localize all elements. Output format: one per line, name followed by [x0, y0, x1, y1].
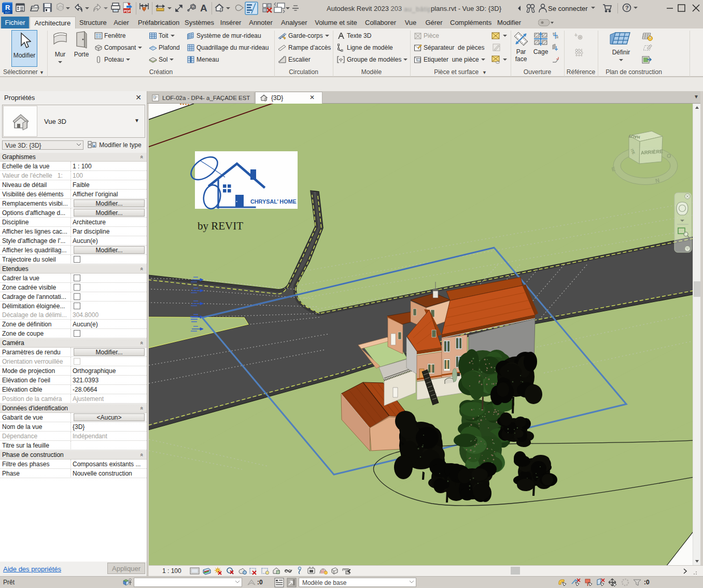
svg-text::0: :0 [644, 579, 650, 586]
svg-text:R: R [5, 4, 10, 11]
svg-text:1: 1 [192, 5, 194, 8]
svg-text:CHRYSAL’ HOME: CHRYSAL’ HOME [250, 198, 297, 205]
svg-text:A: A [200, 3, 207, 13]
svg-text:by REVIT: by REVIT [198, 220, 243, 232]
svg-text:?: ? [625, 5, 629, 11]
svg-text:RVT: RVT [5, 11, 10, 14]
svg-text:1: 1 [575, 33, 577, 36]
svg-text:PDF: PDF [124, 9, 131, 13]
